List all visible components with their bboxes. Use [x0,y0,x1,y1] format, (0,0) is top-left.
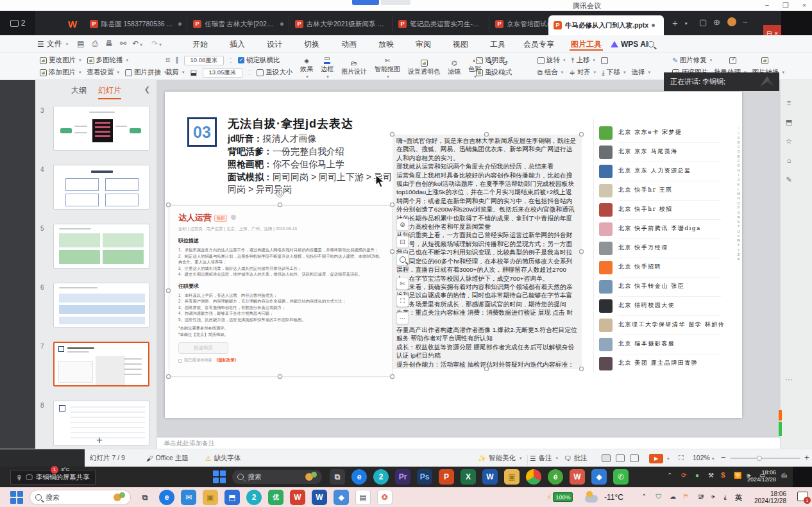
resize-handle[interactable] [390,374,394,379]
smart-beautify-button[interactable]: ✨智能美化 [478,454,522,463]
sorter-view-icon[interactable] [616,454,625,462]
group-button[interactable]: ⧉组合 [537,68,563,77]
tab-transition[interactable]: 切换 [303,38,321,51]
tab-tools[interactable]: 工具 [489,38,507,51]
redo-icon[interactable]: ↷ [151,39,162,49]
float-layers-icon[interactable]: ⊜ [396,219,409,231]
undo-icon[interactable]: ↶ [132,39,142,49]
missing-font-warning[interactable]: ⚠缺失字体 [205,454,241,463]
crop-button[interactable]: 裁剪 [165,68,185,77]
youdao-icon[interactable]: 优 [268,490,283,505]
tencent-meeting-icon[interactable]: ◆ [334,490,349,505]
job-posting-image[interactable]: 达人运营热招 全职 | 运营类 - 用户运营 | 北京、上海、广州、沈阳 | 2… [169,205,393,377]
notes-placeholder[interactable]: 单击此处添加备注 [157,437,780,449]
slides-tab[interactable]: 幻灯片 [98,85,121,99]
screen-share-banner[interactable]: 🎙 🖵 李铜铜的屏幕共享 1 3°C [10,470,96,485]
tab-list-caret[interactable] [684,17,688,27]
zoom-slider-thumb[interactable] [757,456,762,461]
cloud-tray-icon[interactable]: ☁ [670,493,676,500]
explorer-icon[interactable]: ▣ [504,469,520,485]
meeting-topbar-chip[interactable] [352,0,379,5]
view-settings-button[interactable]: 查看设置 [87,68,120,77]
resize-handle[interactable] [390,203,394,207]
rail-icon-star[interactable]: ☆ [784,137,793,145]
zoom-out-button[interactable]: − [721,453,726,462]
store-icon[interactable]: ⬒ [224,490,240,505]
explorer-icon[interactable]: ▣ [203,490,218,505]
photo-tray-icon[interactable]: ⛿ [684,493,688,501]
transparency-button[interactable]: 透明度 [476,56,505,65]
new-tab-button[interactable]: + [672,17,678,28]
weather-temp[interactable]: -11°C [604,493,623,502]
tencent-meeting-icon[interactable]: ◆ [591,469,607,485]
wps-icon[interactable]: W [290,490,305,505]
browser-2345-icon[interactable]: 2 [246,490,262,505]
script-textbox[interactable]: 嗨~面试官你好，我是来自吉林大学新闻系应届生李铜铜，既往是在腾讯、搜狐、网易、迅… [393,135,582,369]
normal-view-icon[interactable] [602,454,611,462]
float-zoom-icon[interactable] [396,253,409,265]
outline-tab[interactable]: 大纲 [71,85,87,99]
volume-icon[interactable]: 🕩 [711,493,715,501]
search-icon[interactable] [648,40,654,49]
wechat-icon[interactable]: ✆ [613,469,629,485]
resize-handle[interactable] [579,249,584,254]
weather-icon[interactable] [585,495,598,503]
ime-lang-indicator[interactable]: 英 [735,493,742,503]
float-cutout-icon[interactable]: ✄ [396,278,409,290]
edge-icon[interactable]: e [351,469,367,485]
tab-close-icon[interactable] [178,22,182,26]
picture-repair-button[interactable]: ✎图片修复 [672,56,712,65]
preview-icon[interactable]: ⚯ [118,39,128,49]
edge-icon[interactable]: e [159,490,174,505]
battery-widget[interactable]: ⚡ 100% [546,492,573,502]
tab-design[interactable]: 设计 [266,38,283,51]
batch-check-icon[interactable]: ✓ [729,57,736,64]
export-icon[interactable]: ⎙ [90,39,100,49]
notes-button[interactable]: ☰备注 [530,454,558,463]
local-clock[interactable]: 18:06 2024/12/28 [754,490,786,504]
word-icon[interactable]: W [312,490,327,505]
excel-icon[interactable]: X [461,469,476,485]
add-slide-button[interactable]: + [92,434,107,447]
resize-handle[interactable] [390,249,394,254]
save-icon[interactable]: ▤ [76,39,86,49]
play-options-caret[interactable] [666,454,670,461]
tab-insert[interactable]: 插入 [228,38,246,51]
print-icon[interactable]: 🖶 [104,39,114,49]
sync-tray-icon[interactable]: ⟳ [681,472,686,479]
zoom-caret[interactable] [711,454,715,461]
bring-forward-button[interactable]: ⤒上移 [571,56,595,65]
wps-ai-button[interactable]: WPS AI [611,38,648,51]
doc-tab-3[interactable]: P 吉林大学2021级新闻系 李铜桐 个 [290,15,393,33]
resize-handle[interactable] [579,367,584,371]
send-backward-button[interactable]: ⤓下移 [602,68,625,77]
height-stepper[interactable]: ⌃⌄ [248,70,251,75]
theme-indicator[interactable]: 🖌Office 主题 [146,454,189,463]
picture-stitch-button[interactable]: 图片拼接 [125,68,167,77]
rotate-button[interactable]: 旋转 [537,56,566,65]
minimize-button[interactable]: − [759,1,775,10]
wps-icon[interactable]: W [570,469,585,485]
resize-handle[interactable] [484,132,489,137]
network-icon[interactable]: ⸘ [723,493,727,500]
width-input[interactable]: 10.08厘米 [184,56,224,65]
avatar[interactable] [727,17,736,26]
file-menu[interactable]: ☰ 文件 [37,38,68,50]
tab-picture-tools[interactable]: 图片工具 [570,38,603,51]
doc-tab-2[interactable]: P 任瑞雪 吉林大学[2024122520 [188,15,289,33]
float-crop-icon[interactable]: ⊡ [396,236,409,248]
tray-expand-icon[interactable]: ⌃ [641,493,647,500]
photoshop-icon[interactable]: Ps [417,469,432,485]
slide-thumbnail-4[interactable] [53,165,149,210]
wps-home-tab[interactable]: W [62,15,83,33]
rail-icon-edit[interactable]: ✎ [784,175,793,184]
slide-thumbnail-7-selected[interactable] [53,342,149,386]
ime-icon[interactable]: 🖮 [781,472,788,479]
select-button[interactable]: 选择 [632,68,651,77]
start-button[interactable] [212,469,227,485]
photos-icon[interactable]: ▤ [355,490,371,505]
shared-clock[interactable]: 18:06 2024/12/28 [747,469,776,483]
wifi-icon[interactable]: 🛜 [734,472,741,479]
taskbar-search[interactable]: 搜索 [30,490,131,505]
close-button[interactable]: × [796,1,812,10]
